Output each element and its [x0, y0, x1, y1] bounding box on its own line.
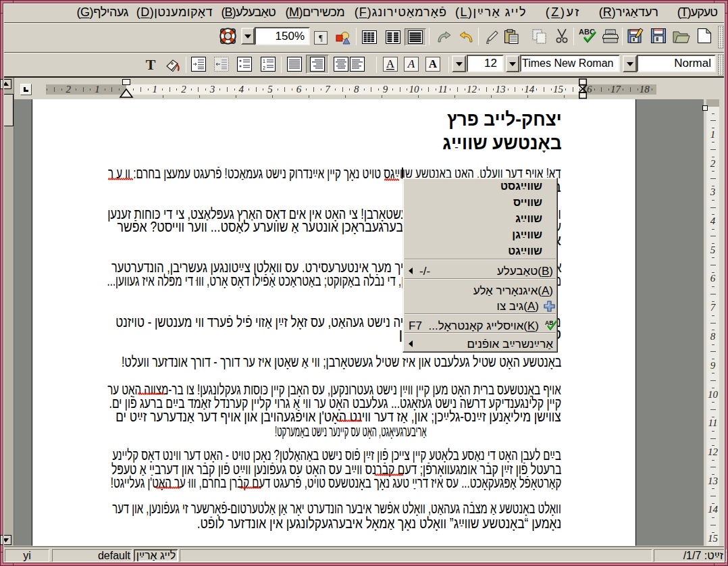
svg-text:AB: AB	[545, 319, 553, 326]
svg-text:T: T	[146, 57, 156, 72]
svg-text:A: A	[429, 57, 438, 70]
svg-text:A: A	[386, 57, 395, 70]
svg-text:¶: ¶	[319, 33, 323, 43]
svg-text:2: 2	[263, 66, 265, 70]
svg-text:1: 1	[263, 59, 265, 63]
svg-text:A: A	[407, 57, 415, 70]
